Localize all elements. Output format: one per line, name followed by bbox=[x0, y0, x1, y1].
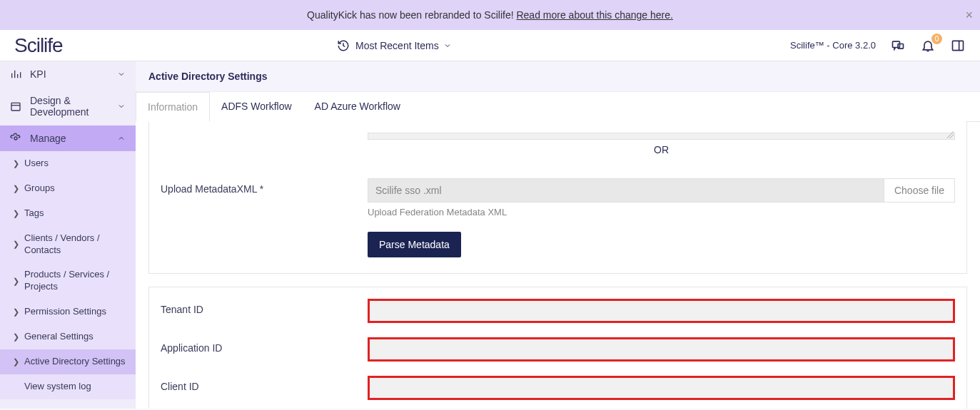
close-icon[interactable]: × bbox=[965, 8, 973, 23]
banner-link[interactable]: Read more about this change here. bbox=[516, 9, 672, 21]
chevron-down-icon bbox=[117, 70, 126, 78]
notification-badge: 0 bbox=[931, 34, 942, 44]
or-separator: OR bbox=[368, 144, 955, 155]
sidebar-item-kpi[interactable]: KPI bbox=[0, 61, 136, 87]
chevron-right-icon: ❯ bbox=[13, 357, 24, 367]
recent-items-label: Most Recent Items bbox=[355, 40, 439, 51]
metadata-textarea[interactable] bbox=[368, 133, 955, 140]
feedback-icon[interactable] bbox=[890, 38, 906, 53]
tab-adfs[interactable]: ADFS Workflow bbox=[210, 92, 303, 121]
metadata-panel: OR Upload MetadataXML * Scilife sso .xml… bbox=[148, 121, 967, 274]
main-content: Active Directory Settings Information AD… bbox=[136, 61, 980, 409]
announcement-banner: QualityKick has now been rebranded to Sc… bbox=[0, 0, 980, 30]
gear-icon bbox=[10, 133, 23, 144]
sidebar-item-clients[interactable]: ❯Clients / Vendors / Contacts bbox=[0, 226, 136, 263]
chevron-right-icon: ❯ bbox=[13, 209, 24, 218]
svg-point-6 bbox=[14, 137, 17, 140]
banner-text: QualityKick has now been rebranded to Sc… bbox=[307, 9, 516, 21]
submenu-manage: ❯Users ❯Groups ❯Tags ❯Clients / Vendors … bbox=[0, 151, 136, 399]
sidebar-item-ad-settings[interactable]: ❯Active Directory Settings bbox=[0, 349, 136, 374]
sidebar-item-design[interactable]: Design & Development bbox=[0, 88, 136, 125]
choose-file-button[interactable]: Choose file bbox=[884, 178, 955, 203]
parse-metadata-button[interactable]: Parse Metadata bbox=[368, 232, 461, 257]
svg-rect-2 bbox=[953, 41, 964, 50]
svg-rect-0 bbox=[893, 41, 900, 47]
bell-icon[interactable]: 0 bbox=[920, 38, 936, 53]
sidebar-item-permission[interactable]: ❯Permission Settings bbox=[0, 299, 136, 324]
tabs: Information ADFS Workflow AD Azure Workf… bbox=[136, 92, 980, 122]
sidebar-item-tags[interactable]: ❯Tags bbox=[0, 201, 136, 226]
tenant-id-input[interactable] bbox=[368, 299, 955, 323]
chevron-down-icon bbox=[117, 102, 126, 111]
chevron-right-icon: ❯ bbox=[13, 332, 24, 342]
chart-icon bbox=[10, 68, 23, 80]
sidebar-item-products[interactable]: ❯Products / Services / Projects bbox=[0, 262, 136, 299]
svg-rect-4 bbox=[11, 103, 20, 111]
chevron-down-icon bbox=[443, 41, 452, 50]
chevron-right-icon: ❯ bbox=[13, 240, 24, 249]
upload-helper: Upload Federation Metadata XML bbox=[368, 207, 955, 217]
upload-label: Upload MetadataXML * bbox=[161, 178, 368, 195]
sidebar-item-syslog[interactable]: View system log bbox=[0, 374, 136, 399]
sidebar-item-manage[interactable]: Manage bbox=[0, 125, 136, 151]
sidebar-item-groups[interactable]: ❯Groups bbox=[0, 176, 136, 201]
chevron-up-icon bbox=[117, 134, 126, 143]
tenant-id-label: Tenant ID bbox=[161, 299, 368, 315]
chevron-right-icon: ❯ bbox=[13, 159, 24, 168]
recent-items-dropdown[interactable]: Most Recent Items bbox=[335, 38, 452, 53]
chevron-right-icon: ❯ bbox=[13, 184, 24, 193]
tab-azure[interactable]: AD Azure Workflow bbox=[303, 92, 412, 121]
sidebar: KPI Design & Development Manage ❯ bbox=[0, 61, 136, 409]
sidebar-item-general[interactable]: ❯General Settings bbox=[0, 324, 136, 349]
topbar: Scilife Most Recent Items Scilife™ - Cor… bbox=[0, 30, 980, 61]
chevron-right-icon: ❯ bbox=[13, 277, 24, 286]
ids-panel: Tenant ID Application ID Client ID bbox=[148, 287, 967, 409]
calendar-icon bbox=[10, 101, 23, 112]
client-id-label: Client ID bbox=[161, 376, 368, 392]
sidebar-label: KPI bbox=[30, 68, 117, 80]
chevron-right-icon: ❯ bbox=[13, 307, 24, 317]
file-name-display: Scilife sso .xml bbox=[368, 178, 884, 203]
logo: Scilife bbox=[14, 34, 136, 57]
version-label: Scilife™ - Core 3.2.0 bbox=[790, 40, 876, 51]
tab-information[interactable]: Information bbox=[136, 92, 210, 122]
sidebar-label: Design & Development bbox=[30, 95, 117, 118]
history-icon bbox=[335, 38, 351, 53]
application-id-label: Application ID bbox=[161, 337, 368, 354]
page-title: Active Directory Settings bbox=[136, 61, 980, 92]
sidebar-item-users[interactable]: ❯Users bbox=[0, 151, 136, 176]
application-id-input[interactable] bbox=[368, 337, 955, 362]
sidebar-toggle-icon[interactable] bbox=[950, 38, 966, 53]
client-id-input[interactable] bbox=[368, 376, 955, 400]
sidebar-label: Manage bbox=[30, 133, 117, 144]
